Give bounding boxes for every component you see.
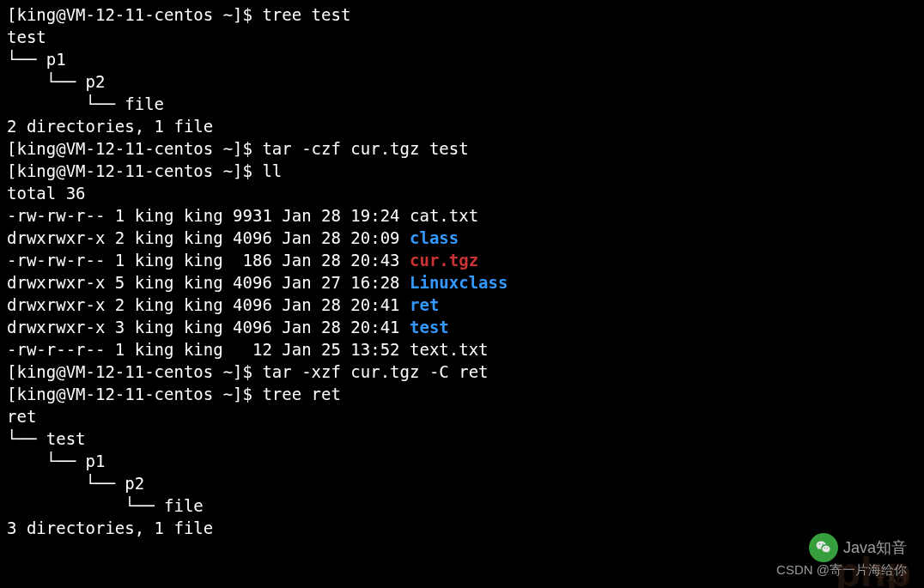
php-cn-text: 中文网 [876,566,907,588]
terminal-line: total 36 [7,182,917,204]
terminal-line: └── test [7,427,917,450]
prompt-line: [king@VM-12-11-centos ~]$ tar -czf cur.t… [7,137,917,160]
terminal-line: └── p1 [7,450,917,472]
ll-row: -rw-rw-r-- 1 king king 186 Jan 28 20:43 … [7,249,917,271]
watermark-text: Java知音 [843,536,907,559]
ll-row: drwxrwxr-x 5 king king 4096 Jan 27 16:28… [7,271,917,294]
prompt-line: [king@VM-12-11-centos ~]$ tree test [7,3,917,26]
terminal-line: test [7,26,917,48]
terminal-line: └── p2 [7,472,917,494]
wechat-icon [809,533,838,562]
terminal-line: └── file [7,494,917,517]
ll-row: drwxrwxr-x 3 king king 4096 Jan 28 20:41… [7,316,917,338]
terminal-output: [king@VM-12-11-centos ~]$ tree testtest└… [7,3,917,539]
ll-row: drwxrwxr-x 2 king king 4096 Jan 28 20:41… [7,294,917,316]
terminal-line: 2 directories, 1 file [7,115,917,137]
wechat-watermark: Java知音 [809,533,907,562]
ll-row: -rw-r--r-- 1 king king 12 Jan 25 13:52 t… [7,338,917,361]
prompt-line: [king@VM-12-11-centos ~]$ tree ret [7,383,917,405]
terminal-line: ret [7,405,917,427]
terminal-line: └── file [7,93,917,115]
ll-row: drwxrwxr-x 2 king king 4096 Jan 28 20:09… [7,227,917,249]
prompt-line: [king@VM-12-11-centos ~]$ tar -xzf cur.t… [7,361,917,383]
terminal-line: └── p2 [7,70,917,93]
ll-row: -rw-rw-r-- 1 king king 9931 Jan 28 19:24… [7,204,917,227]
terminal-line: └── p1 [7,48,917,70]
prompt-line: [king@VM-12-11-centos ~]$ ll [7,160,917,182]
terminal-line: 3 directories, 1 file [7,517,917,539]
